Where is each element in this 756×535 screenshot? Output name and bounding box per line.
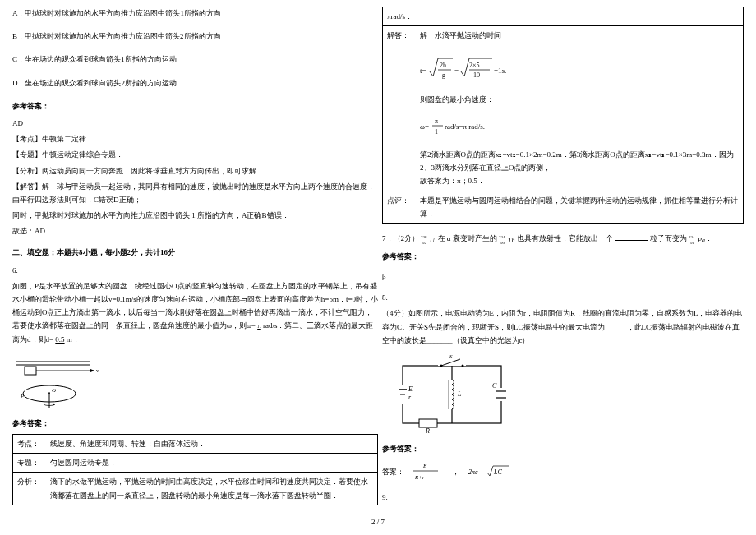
svg-point-8: [48, 393, 50, 394]
q6-unit2: m．: [67, 335, 80, 344]
solve-row: 解答： 解：水滴平抛运动的时间： t= 2h g = 2×5: [383, 26, 743, 191]
svg-text:2πc: 2πc: [468, 468, 478, 476]
formula-2: ω= π 1 rad/s=π rad/s.: [420, 113, 739, 141]
svg-text:E: E: [422, 463, 427, 469]
svg-text:E: E: [408, 385, 413, 393]
conclusion: 故选：AD．: [12, 224, 378, 238]
min-angular-text: 则圆盘的最小角速度：: [420, 93, 739, 106]
option-b: B．甲抛球时对球施加的水平方向推力应沿图中箭头2所指的方向: [12, 30, 378, 43]
svg-text:，: ，: [452, 468, 459, 476]
svg-text:L: L: [457, 390, 462, 398]
svg-text:90: 90: [500, 241, 505, 245]
q6-text: 如图，P是水平放置的足够大的圆盘，绕经过圆心O点的竖直轴匀速转动，在圆盘上方固定…: [12, 279, 378, 346]
svg-text:2×5: 2×5: [469, 62, 480, 69]
diagram-lc-circuit: S E r L C R: [390, 353, 514, 436]
row1-label: 考点：: [17, 437, 50, 450]
page-content: A．甲抛球时对球施加的水平方向推力应沿图中箭头1所指的方向 B．甲抛球时对球施加…: [0, 0, 756, 510]
diagram-pulley-disk: v P O: [12, 353, 103, 410]
row2-label: 专题：: [17, 456, 50, 469]
svg-text:π: π: [435, 118, 438, 125]
option-d: D．坐在场边的观众看到球向箭头2所指的方向运动: [12, 76, 378, 90]
svg-text:238: 238: [421, 235, 427, 239]
topic: 【专题】牛顿运动定律综合专题．: [12, 148, 378, 161]
q7-num: 7．（2分）: [382, 234, 419, 242]
answer-formulas: 答案： E R+r ， 2πc LC: [382, 459, 744, 487]
svg-text:答案：: 答案：: [382, 468, 404, 476]
svg-text:v: v: [96, 367, 99, 374]
svg-text:234: 234: [689, 235, 695, 239]
answer-beta: β: [382, 270, 744, 283]
svg-point-39: [462, 364, 464, 367]
svg-rect-50: [497, 388, 505, 401]
pi-rad-text: πrad/s．: [387, 10, 413, 23]
answer-heading-4: 参考答案：: [382, 442, 744, 455]
q7-blank-label: 粒子而变为: [650, 234, 687, 242]
svg-text:r: r: [408, 394, 412, 401]
svg-text:92: 92: [422, 241, 427, 245]
svg-text:R+r: R+r: [414, 474, 425, 481]
svg-text:P: P: [20, 393, 25, 399]
section-2-title: 二、填空题：本题共8小题，每小题2分，共计16分: [12, 246, 378, 259]
svg-text:rad/s=π rad/s.: rad/s=π rad/s.: [445, 122, 485, 131]
svg-text:R: R: [425, 427, 430, 435]
svg-text:Pa: Pa: [697, 237, 705, 244]
page-number: 2 / 7: [0, 515, 756, 528]
row1-val: 线速度、角速度和周期、转速；自由落体运动．: [50, 437, 205, 450]
svg-text:S: S: [449, 353, 453, 360]
option-a: A．甲抛球时对球施加的水平方向推力应沿图中箭头1所指的方向: [12, 7, 378, 20]
svg-text:LC: LC: [493, 468, 502, 476]
svg-marker-4: [90, 369, 94, 372]
q7-blank: [615, 240, 648, 241]
answer-heading-3: 参考答案：: [382, 250, 744, 263]
q7-text-2: 也具有放射性，它能放出一个: [517, 234, 613, 242]
right-table: πrad/s． 解答： 解：水滴平抛运动的时间： t= 2h g =: [382, 7, 744, 224]
svg-rect-2: [25, 367, 36, 375]
answer-heading: 参考答案：: [12, 99, 378, 113]
svg-text:O: O: [52, 387, 56, 394]
svg-text:2h: 2h: [440, 62, 446, 69]
table-row-kaodian: 考点： 线速度、角速度和周期、转速；自由落体运动．: [13, 435, 377, 454]
row3-label: 分析：: [17, 475, 50, 501]
drop-distance: 第2滴水距离O点的距离x₂=vt₂=0.1×2m=0.2m．第3滴水距离O点的距…: [420, 148, 739, 174]
analysis: 【分析】两运动员向同一方向奔跑，因此将球垂直对方方向传出，即可求解．: [12, 164, 378, 178]
svg-rect-54: [419, 419, 437, 427]
q6-blank2: 0.5: [55, 335, 64, 344]
svg-text:t=: t=: [420, 67, 426, 75]
option-c: C．坐在场边的观众看到球向箭头1所指的方向运动: [12, 53, 378, 66]
exam-point: 【考点】牛顿第二定律．: [12, 132, 378, 145]
formula-1: t= 2h g = 2×5 10 =1s.: [420, 48, 739, 85]
svg-text:ω=: ω=: [420, 122, 429, 131]
q7-text-1: 在 α 衰变时产生的: [438, 234, 497, 242]
q9-num: 9.: [382, 491, 744, 504]
row2-val: 匀速圆周运动专题．: [50, 456, 117, 469]
solve-text: 解：水滴平抛运动的时间：: [420, 29, 739, 42]
solve-2: 同时，甲抛球时对球施加的水平方向推力应沿图中箭头 1 所指的方向，A正确B错误．: [12, 209, 378, 222]
svg-text:=1s.: =1s.: [494, 67, 506, 75]
q7: 7．（2分） 23892U 在 α 衰变时产生的 23490Th 也具有放射性，…: [382, 232, 744, 246]
svg-text:234: 234: [499, 235, 505, 239]
solve-1: 【解答】解：球与甲运动员一起运动，其同具有相同的速度，被抛出时的速度是水平方向上…: [12, 180, 378, 206]
svg-text:91: 91: [690, 241, 695, 245]
svg-text:g: g: [442, 71, 445, 79]
svg-text:C: C: [492, 382, 497, 390]
svg-text:1: 1: [435, 128, 438, 136]
q6-blank1: π: [257, 321, 261, 330]
isotope-3-icon: 23491Pa: [689, 233, 705, 246]
comment-row: 点评： 本题是平抛运动与圆周运动相结合的问题，关键掌握两种运动的运动规律，抓住相…: [383, 191, 743, 223]
pi-rad-row: πrad/s．: [383, 7, 743, 26]
answer-heading-2: 参考答案：: [12, 417, 378, 430]
right-column: πrad/s． 解答： 解：水滴平抛运动的时间： t= 2h g =: [378, 0, 756, 510]
comment-label: 点评：: [387, 194, 420, 220]
isotope-2-icon: 23490Th: [499, 233, 515, 246]
isotope-1-icon: 23892U: [421, 233, 436, 246]
left-column: A．甲抛球时对球施加的水平方向推力应沿图中箭头1所指的方向 B．甲抛球时对球施加…: [0, 0, 378, 510]
analysis-table: 考点： 线速度、角速度和周期、转速；自由落体运动． 专题： 匀速圆周运动专题． …: [12, 434, 378, 505]
comment-val: 本题是平抛运动与圆周运动相结合的问题，关键掌握两种运动的运动规律，抓住相等量进行…: [420, 194, 739, 220]
svg-text:10: 10: [473, 71, 480, 79]
svg-marker-11: [53, 403, 55, 406]
svg-text:U: U: [430, 237, 436, 244]
q8-text: （4分）如图所示，电源电动势为E，内阻为r，电阻阻值为R，线圈的直流电阻为零，自…: [382, 307, 744, 347]
table-row-fenxi: 分析： 滴下的水做平抛运动，平抛运动的时间由高度决定，水平位移由时间和初速度共同…: [13, 473, 377, 504]
q8-number: 8.: [382, 291, 744, 304]
conclusion-right: 故答案为：π；0.5．: [420, 174, 739, 187]
